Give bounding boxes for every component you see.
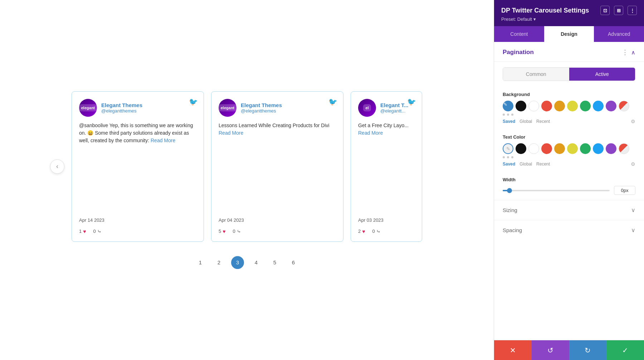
page-1[interactable]: 1 bbox=[194, 256, 207, 269]
swatch-white-bg[interactable] bbox=[528, 101, 539, 111]
shares-count-3: 0 bbox=[372, 229, 375, 234]
twitter-icon-2: 🐦 bbox=[328, 97, 337, 106]
twitter-icon-3: 🐦 bbox=[407, 97, 416, 106]
swatch-red-text[interactable] bbox=[541, 143, 552, 154]
cancel-button[interactable]: ✕ bbox=[494, 340, 532, 360]
swatch-clear-bg[interactable] bbox=[619, 101, 629, 111]
card-header-1: elegant Elegant Themes @elegantthemes bbox=[79, 99, 196, 117]
saved-option-bg[interactable]: Saved bbox=[503, 119, 515, 124]
section-more-dots[interactable]: ⋮ bbox=[622, 48, 628, 56]
redo-button[interactable]: ↻ bbox=[569, 340, 607, 360]
swatch-orange-text[interactable] bbox=[554, 143, 565, 154]
color-gear-text[interactable]: ⚙ bbox=[631, 161, 635, 167]
slider-value[interactable]: 0px bbox=[614, 186, 635, 195]
card-actions-1: 1 ♥ 0 ⤷ bbox=[79, 229, 196, 234]
page-5[interactable]: 5 bbox=[268, 256, 281, 269]
swatch-eyedropper-text[interactable]: ✎ bbox=[503, 143, 513, 154]
read-more-1[interactable]: Read More bbox=[151, 138, 175, 143]
global-option-bg[interactable]: Global bbox=[519, 119, 532, 124]
global-option-text[interactable]: Global bbox=[519, 162, 532, 167]
sizing-section[interactable]: Sizing ∨ bbox=[494, 200, 644, 220]
spacing-section[interactable]: Spacing ∨ bbox=[494, 220, 644, 240]
swatch-green-bg[interactable] bbox=[580, 101, 591, 111]
undo-button[interactable]: ↺ bbox=[532, 340, 569, 360]
swatch-eyedropper-bg[interactable]: ✎ bbox=[503, 101, 513, 111]
card-text-content-2: Lessons Learned While Creating Products … bbox=[219, 123, 330, 128]
recent-option-text[interactable]: Recent bbox=[536, 162, 550, 167]
user-info-3: Elegant T... @elegantt... bbox=[380, 102, 408, 114]
dot-3-text bbox=[511, 156, 513, 158]
dot-1-text bbox=[503, 156, 505, 158]
saved-option-text[interactable]: Saved bbox=[503, 162, 515, 167]
user-name-1: Elegant Themes bbox=[101, 102, 142, 108]
user-name-2: Elegant Themes bbox=[241, 102, 282, 108]
card-date-2: Apr 04 2023 bbox=[219, 217, 336, 223]
width-section: Width 0px bbox=[494, 172, 644, 200]
swatch-black-text[interactable] bbox=[516, 143, 526, 154]
swatch-blue-text[interactable] bbox=[593, 143, 604, 154]
color-gear-bg[interactable]: ⚙ bbox=[631, 119, 635, 124]
redo-icon: ↻ bbox=[585, 346, 591, 355]
swatch-purple-bg[interactable] bbox=[606, 101, 616, 111]
undo-icon: ↺ bbox=[547, 346, 553, 355]
prev-button[interactable]: ‹ bbox=[50, 159, 64, 174]
panel-title-text: DP Twitter Carousel Settings bbox=[501, 7, 589, 14]
twitter-icon-1: 🐦 bbox=[189, 97, 198, 106]
tab-content[interactable]: Content bbox=[494, 26, 544, 42]
tab-advanced[interactable]: Advanced bbox=[594, 26, 644, 42]
swatch-red-bg[interactable] bbox=[541, 101, 552, 111]
likes-3: 2 ♥ bbox=[358, 229, 365, 234]
cards-container: ‹ 🐦 elegant Elegant Themes @eleganttheme… bbox=[72, 91, 422, 242]
read-more-2[interactable]: Read More bbox=[219, 130, 243, 136]
likes-count-2: 5 bbox=[219, 229, 221, 234]
swatch-blue-bg[interactable] bbox=[593, 101, 604, 111]
layout-icon[interactable]: ⊞ bbox=[614, 6, 623, 15]
sub-tab-common[interactable]: Common bbox=[503, 68, 569, 81]
panel-title-icons: ⊡ ⊞ ⋮ bbox=[600, 6, 637, 15]
settings-panel: DP Twitter Carousel Settings ⊡ ⊞ ⋮ Prese… bbox=[494, 0, 644, 360]
heart-icon-1: ♥ bbox=[83, 229, 86, 234]
save-button[interactable]: ✓ bbox=[606, 340, 644, 360]
user-handle-2: @elegantthemes bbox=[241, 108, 282, 114]
swatch-orange-bg[interactable] bbox=[554, 101, 565, 111]
color-options-text: Saved Global Recent ⚙ bbox=[503, 161, 635, 167]
page-6[interactable]: 6 bbox=[287, 256, 300, 269]
swatch-black-bg[interactable] bbox=[516, 101, 526, 111]
swatch-white-text[interactable] bbox=[528, 143, 539, 154]
read-more-3[interactable]: Read More bbox=[358, 130, 383, 136]
resize-icon[interactable]: ⊡ bbox=[600, 6, 610, 15]
share-icon-2: ⤷ bbox=[237, 229, 241, 234]
swatch-purple-text[interactable] bbox=[606, 143, 616, 154]
tab-design[interactable]: Design bbox=[544, 26, 594, 42]
user-handle-3: @elegantt... bbox=[380, 108, 408, 114]
avatar-1: elegant bbox=[79, 99, 97, 117]
share-icon-3: ⤷ bbox=[376, 229, 381, 234]
sizing-chevron: ∨ bbox=[631, 207, 635, 213]
more-options-icon[interactable]: ⋮ bbox=[628, 6, 637, 15]
user-name-3: Elegant T... bbox=[380, 102, 408, 108]
swatch-clear-text[interactable] bbox=[619, 143, 629, 154]
background-color-row: ✎ bbox=[503, 101, 635, 111]
slider-thumb[interactable] bbox=[507, 188, 512, 193]
page-4[interactable]: 4 bbox=[250, 256, 263, 269]
swatch-yellow-text[interactable] bbox=[567, 143, 578, 154]
pagination-section-title: Pagination bbox=[503, 49, 534, 56]
section-chevron-up[interactable]: ∧ bbox=[631, 49, 635, 56]
swatch-yellow-bg[interactable] bbox=[567, 101, 578, 111]
tweet-card-3: 🐦 el Elegant T... @elegantt... Get a Fre… bbox=[351, 91, 422, 242]
heart-icon-3: ♥ bbox=[362, 229, 365, 234]
card-date-1: Apr 14 2023 bbox=[79, 217, 196, 223]
swatch-green-text[interactable] bbox=[580, 143, 591, 154]
width-label: Width bbox=[503, 177, 635, 182]
card-date-3: Apr 03 2023 bbox=[358, 217, 415, 223]
user-handle-1: @elegantthemes bbox=[101, 108, 142, 114]
sub-tab-active[interactable]: Active bbox=[569, 68, 635, 81]
page-2[interactable]: 2 bbox=[213, 256, 225, 269]
recent-option-bg[interactable]: Recent bbox=[536, 119, 550, 124]
slider-track[interactable] bbox=[503, 190, 610, 191]
page-3[interactable]: 3 bbox=[231, 256, 244, 269]
text-color-row: ✎ bbox=[503, 143, 635, 154]
likes-count-1: 1 bbox=[79, 229, 82, 234]
shares-2: 0 ⤷ bbox=[233, 229, 241, 234]
panel-preset[interactable]: Preset: Default ▾ bbox=[501, 16, 637, 22]
